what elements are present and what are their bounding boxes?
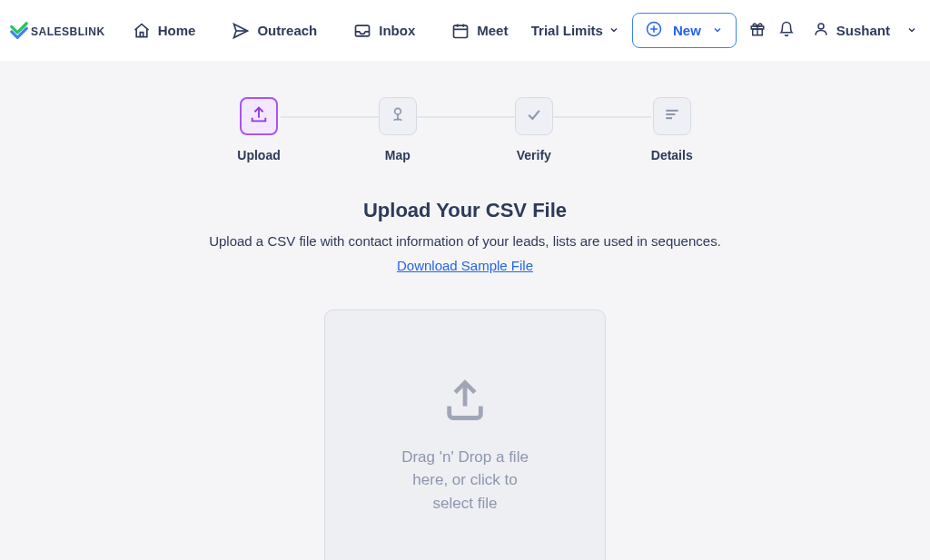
- page-title: Upload Your CSV File: [363, 199, 567, 222]
- trial-limits-dropdown[interactable]: Trial Limits: [531, 23, 619, 38]
- main-content: Upload Your CSV File Upload a CSV file w…: [0, 181, 930, 560]
- chevron-down-icon: [712, 23, 723, 38]
- step-label: Details: [651, 148, 693, 162]
- upload-cloud-icon: [441, 377, 489, 427]
- nav-meet[interactable]: Meet: [451, 22, 508, 40]
- step-upload[interactable]: Upload: [237, 97, 280, 162]
- nav-inbox[interactable]: Inbox: [353, 22, 415, 40]
- main-nav: Home Outreach Inbox: [133, 22, 531, 40]
- chevron-down-icon: [906, 23, 917, 38]
- nav-label: Home: [158, 23, 196, 38]
- svg-point-12: [818, 24, 824, 29]
- trial-limits-label: Trial Limits: [531, 23, 603, 38]
- step-label: Upload: [237, 148, 280, 162]
- step-label: Map: [385, 148, 411, 162]
- step-connector: [417, 116, 515, 118]
- new-button[interactable]: New: [632, 13, 737, 48]
- send-icon: [232, 22, 250, 40]
- gift-icon[interactable]: [749, 21, 766, 41]
- header-right: Trial Limits New: [531, 13, 917, 48]
- new-button-label: New: [673, 23, 701, 38]
- step-connector: [553, 116, 651, 118]
- logo-text: SALESBLINK: [31, 23, 105, 39]
- download-sample-link[interactable]: Download Sample File: [397, 258, 533, 273]
- user-name: Sushant: [836, 23, 890, 38]
- logo-icon: [9, 21, 29, 41]
- nav-label: Outreach: [257, 23, 317, 38]
- plus-circle-icon: [646, 21, 662, 40]
- bell-icon[interactable]: [778, 21, 795, 41]
- upload-icon: [249, 104, 269, 128]
- logo[interactable]: SALESBLINK: [9, 21, 105, 41]
- text-lines-icon: [663, 105, 681, 127]
- dropzone-text: Drag 'n' Drop a file here, or click to s…: [397, 446, 533, 516]
- svg-rect-2: [454, 25, 468, 37]
- step-verify[interactable]: Verify: [515, 97, 553, 162]
- check-icon: [525, 105, 543, 127]
- page-subtitle: Upload a CSV file with contact informati…: [209, 233, 721, 249]
- nav-home[interactable]: Home: [133, 22, 196, 40]
- step-map[interactable]: Map: [379, 97, 417, 162]
- inbox-icon: [353, 22, 371, 40]
- svg-point-13: [394, 108, 401, 114]
- pin-icon: [389, 105, 407, 127]
- chevron-down-icon: [608, 23, 619, 38]
- step-details[interactable]: Details: [651, 97, 693, 162]
- progress-stepper: Upload Map Verify: [0, 61, 930, 181]
- nav-label: Inbox: [379, 23, 415, 38]
- step-connector: [281, 116, 379, 118]
- calendar-icon: [451, 22, 470, 40]
- user-menu[interactable]: Sushant: [813, 21, 917, 40]
- home-icon: [133, 22, 151, 40]
- nav-outreach[interactable]: Outreach: [232, 22, 317, 40]
- file-dropzone[interactable]: Drag 'n' Drop a file here, or click to s…: [324, 309, 606, 560]
- step-label: Verify: [517, 148, 551, 162]
- user-icon: [813, 21, 829, 40]
- app-header: SALESBLINK Home Outreach: [0, 0, 930, 61]
- nav-label: Meet: [477, 23, 508, 38]
